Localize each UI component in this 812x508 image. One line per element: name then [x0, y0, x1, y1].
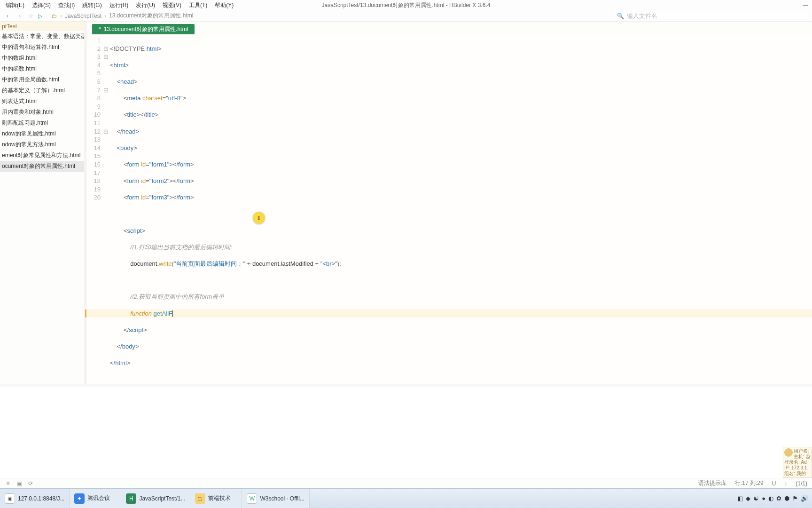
editor-area: * 13.document对象的常用属性.html 12345678910111… [86, 22, 812, 384]
tray-icon[interactable]: ◆ [746, 495, 750, 502]
minimize-icon[interactable]: — [803, 2, 808, 8]
outline-icon[interactable]: ≡ [5, 480, 11, 487]
window-controls: — [803, 0, 812, 10]
sidebar: ptTest 基本语法：常量、变量、数据类型.html中的语句和运算符.html… [0, 22, 86, 384]
fold-icon [103, 185, 110, 194]
fold-icon [103, 78, 110, 86]
line-number: 17 [86, 169, 101, 177]
fold-icon [103, 152, 110, 160]
taskbar-hbuilder[interactable]: H JavaScriptTest/1... [121, 489, 190, 508]
breadcrumb-project[interactable]: JavaScriptTest [65, 13, 102, 19]
taskbar-w3school[interactable]: W W3school - Offli... [242, 489, 309, 508]
folder-icon: 🗀 [195, 493, 205, 504]
sidebar-file[interactable]: ement对象常见属性和方法.html [0, 150, 86, 161]
netinfo-ip: IP: 172.3.1 [784, 465, 811, 471]
sidebar-file[interactable]: 中的语句和运算符.html [0, 42, 86, 53]
sidebar-project[interactable]: ptTest [0, 22, 86, 31]
menu-help[interactable]: 帮助(Y) [211, 1, 237, 9]
breadcrumb-file[interactable]: 13.document对象的常用属性.html [109, 12, 193, 20]
breadcrumb: 🗀 › JavaScriptTest › 13.document对象的常用属性.… [52, 12, 193, 20]
volume-icon[interactable]: 🔊 [801, 495, 808, 502]
fold-icon [103, 61, 110, 70]
sidebar-file[interactable]: 基本语法：常量、变量、数据类型.html [0, 31, 86, 42]
sidebar-file[interactable]: ndow的常见方法.html [0, 139, 86, 150]
taskbar-label: 腾讯会议 [87, 494, 110, 502]
code-editor[interactable]: 1234567891011121314151617181920 ⊟⊟⊟⊟ <!D… [86, 34, 812, 384]
taskbar-label: JavaScriptTest/1... [139, 495, 185, 502]
fold-icon[interactable]: ⊟ [103, 127, 110, 136]
fold-gutter: ⊟⊟⊟⊟ [103, 34, 110, 384]
code-body[interactable]: <!DOCTYPE html> <html> <head> <meta char… [110, 34, 812, 384]
taskbar-folder[interactable]: 🗀 前端技术 [190, 489, 242, 508]
line-number: 12 [86, 127, 101, 136]
sidebar-file[interactable]: ocument对象的常用属性.html [0, 161, 86, 172]
menu-find[interactable]: 查找(I) [55, 1, 78, 9]
menu-view[interactable]: 视图(V) [159, 1, 185, 9]
menu-edit[interactable]: 编辑(E) [2, 1, 28, 9]
sidebar-file[interactable]: 用内置类和对象.html [0, 107, 86, 118]
chrome-icon: ◉ [5, 493, 15, 504]
menu-run[interactable]: 运行(R) [106, 1, 133, 9]
status-arrow-icon[interactable]: ↕ [784, 480, 787, 487]
tray-icon[interactable]: ⬢ [784, 495, 789, 502]
file-search-input[interactable] [627, 12, 808, 19]
sidebar-file[interactable]: 则表达式.html [0, 96, 86, 107]
netinfo-group: 组名: 我的 [784, 471, 811, 476]
line-number: 3 [86, 53, 101, 61]
line-number: 16 [86, 160, 101, 169]
breadcrumb-sep: › [104, 13, 106, 19]
line-gutter: 1234567891011121314151617181920 [86, 34, 103, 384]
line-number: 14 [86, 144, 101, 152]
sidebar-file[interactable]: 中的函数.html [0, 64, 86, 74]
taskbar-meeting[interactable]: ✦ 腾讯会议 [70, 489, 121, 508]
line-number: 5 [86, 69, 101, 78]
tab-active[interactable]: * 13.document对象的常用属性.html [92, 24, 195, 34]
panel-divider[interactable] [0, 384, 812, 387]
sidebar-file[interactable]: 中的常用全局函数.html [0, 74, 86, 85]
sidebar-file[interactable]: 则匹配练习题.html [0, 118, 86, 128]
taskbar-label: 127.0.0.1:8848/J... [18, 495, 64, 502]
file-search[interactable]: 🔍 [611, 12, 808, 19]
line-number: 15 [86, 152, 101, 160]
status-syntax[interactable]: 语法提示库 [698, 479, 726, 487]
w3school-icon: W [247, 493, 257, 504]
fold-icon[interactable]: ⊟ [103, 86, 110, 95]
tray-icon[interactable]: ☯ [753, 495, 759, 502]
tray-icon[interactable]: ✿ [776, 495, 781, 502]
menu-select[interactable]: 选择(S) [28, 1, 55, 9]
fold-icon[interactable]: ⊟ [103, 45, 110, 53]
fold-icon [103, 119, 110, 127]
sidebar-file[interactable]: ndow的常见属性.html [0, 128, 86, 139]
avatar-icon [784, 448, 793, 457]
tray-icon[interactable]: ● [762, 495, 765, 502]
netinfo-login: 登录名: Ad [784, 460, 811, 465]
line-number: 4 [86, 61, 101, 70]
menu-publish[interactable]: 发行(U) [132, 1, 159, 9]
terminal-icon[interactable]: ▣ [16, 480, 23, 487]
tray-icon[interactable]: ⚑ [792, 495, 798, 502]
menu-tool[interactable]: 工具(T) [185, 1, 211, 9]
status-encoding[interactable]: U [772, 480, 776, 487]
taskbar-browser[interactable]: ◉ 127.0.0.1:8848/J... [0, 489, 70, 508]
tray-icon[interactable]: ◐ [768, 495, 773, 502]
fold-icon[interactable]: ⊟ [103, 53, 110, 61]
line-number: 9 [86, 103, 101, 111]
tab-label: 13.document对象的常用属性.html [104, 25, 188, 33]
tray-icon[interactable]: ◧ [737, 495, 743, 502]
fold-icon [103, 111, 110, 119]
fold-icon [103, 193, 110, 202]
sidebar-resize[interactable] [84, 22, 86, 384]
sidebar-file[interactable]: 中的数组.html [0, 53, 86, 64]
sidebar-file[interactable]: 的基本定义（了解）.html [0, 85, 86, 96]
star-icon[interactable]: ☆ [28, 13, 33, 19]
sync-icon[interactable]: ⟳ [27, 480, 34, 487]
menu-goto[interactable]: 跳转(G) [78, 1, 105, 9]
back-icon[interactable]: ‹ [4, 12, 11, 20]
run-icon[interactable]: ▷ [38, 13, 42, 19]
fold-icon [103, 135, 110, 144]
line-number: 2 [86, 45, 101, 53]
netinfo-panel: 用户名: 赵赵 主机: 赵艳 登录名: Ad IP: 172.3.1 组名: 我… [783, 447, 812, 478]
system-tray[interactable]: ◧ ◆ ☯ ● ◐ ✿ ⬢ ⚑ 🔊 [734, 489, 812, 508]
line-number: 20 [86, 193, 101, 202]
forward-icon[interactable]: › [16, 12, 23, 20]
